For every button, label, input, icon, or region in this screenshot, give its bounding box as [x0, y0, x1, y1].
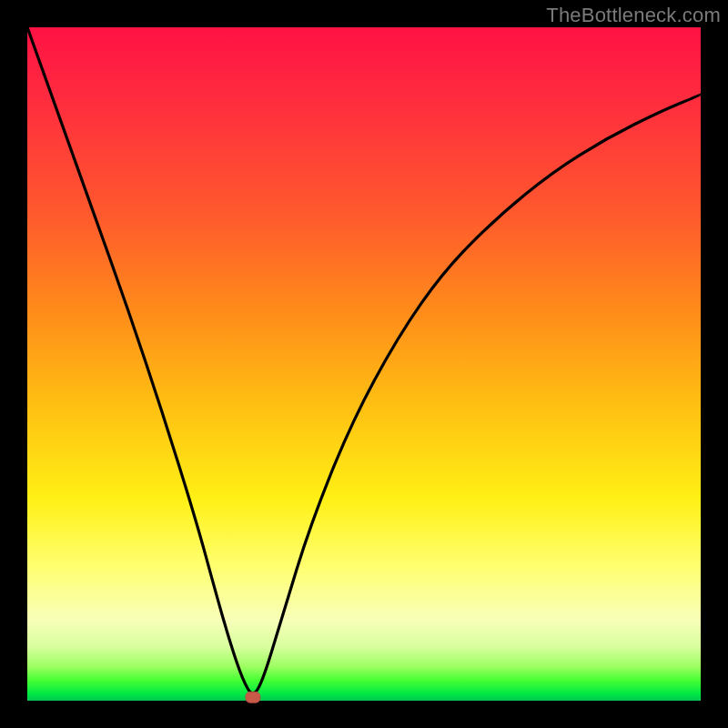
bottleneck-curve — [27, 27, 701, 693]
chart-svg — [27, 27, 701, 701]
min-marker — [246, 692, 260, 703]
chart-plot-area — [27, 27, 701, 701]
chart-frame: TheBottleneck.com — [0, 0, 728, 728]
watermark-text: TheBottleneck.com — [546, 4, 721, 27]
